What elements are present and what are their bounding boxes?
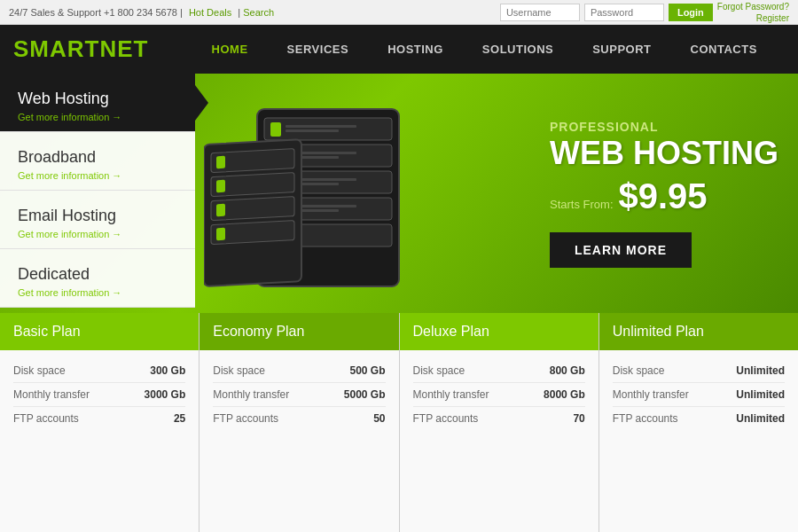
plan-economy-header: Economy Plan bbox=[200, 313, 398, 350]
plan-deluxe: Deluxe Plan Disk space 800 Gb Monthly tr… bbox=[400, 313, 599, 532]
svg-rect-3 bbox=[286, 125, 356, 128]
plan-unlimited: Unlimited Plan Disk space Unlimited Mont… bbox=[599, 313, 798, 532]
menu-broadband-label: Broadband bbox=[18, 148, 177, 167]
plan-deluxe-row-0: Disk space 800 Gb bbox=[413, 359, 585, 383]
hero-section: Web Hosting Get more information Broadba… bbox=[0, 74, 798, 313]
plan-unlimited-body: Disk space Unlimited Monthly transfer Un… bbox=[599, 350, 798, 532]
plan-basic-label-0: Disk space bbox=[13, 364, 66, 377]
plan-economy-label-2: FTP accounts bbox=[213, 412, 278, 425]
menu-dedicated-more[interactable]: Get more information bbox=[18, 287, 177, 298]
logo[interactable]: SMARTNET bbox=[13, 35, 148, 63]
nav-contacts[interactable]: CONTACTS bbox=[671, 25, 777, 74]
nav-links: HOME SERVICES HOSTING SOLUTIONS SUPPORT … bbox=[184, 25, 785, 74]
navbar: SMARTNET HOME SERVICES HOSTING SOLUTIONS… bbox=[0, 25, 798, 74]
svg-rect-23 bbox=[216, 180, 225, 193]
support-info: 24/7 Sales & Support +1 800 234 5678 | H… bbox=[9, 7, 500, 18]
plan-basic-value-1: 3000 Gb bbox=[145, 388, 186, 401]
plans-section: Basic Plan Disk space 300 Gb Monthly tra… bbox=[0, 313, 798, 532]
plan-deluxe-value-2: 70 bbox=[573, 412, 584, 425]
plan-basic-row-2: FTP accounts 25 bbox=[13, 407, 185, 430]
server-illustration bbox=[204, 91, 434, 313]
forgot-register: Forgot Password? Register bbox=[717, 1, 789, 24]
login-button[interactable]: Login bbox=[669, 4, 713, 21]
plan-unlimited-row-1: Monthly transfer Unlimited bbox=[613, 383, 785, 407]
password-input[interactable] bbox=[584, 4, 664, 21]
plan-unlimited-label-1: Monthly transfer bbox=[613, 388, 689, 401]
plan-economy-value-1: 5000 Gb bbox=[344, 388, 386, 401]
hero-right: PROFESSIONAL WEB HOSTING Starts From: $9… bbox=[550, 74, 798, 313]
hot-deals-link[interactable]: Hot Deals bbox=[189, 7, 231, 18]
nav-hosting[interactable]: HOSTING bbox=[368, 25, 463, 74]
svg-rect-4 bbox=[286, 129, 339, 132]
plan-basic-name: Basic Plan bbox=[13, 324, 81, 339]
plan-basic-header: Basic Plan bbox=[0, 313, 199, 350]
plan-economy-row-0: Disk space 500 Gb bbox=[213, 359, 385, 383]
logo-accent: NET bbox=[99, 35, 148, 62]
register-link[interactable]: Register bbox=[717, 12, 789, 24]
plan-unlimited-header: Unlimited Plan bbox=[599, 313, 798, 350]
plan-unlimited-value-1: Unlimited bbox=[736, 388, 785, 401]
nav-solutions[interactable]: SOLUTIONS bbox=[463, 25, 573, 74]
topbar: 24/7 Sales & Support +1 800 234 5678 | H… bbox=[0, 0, 798, 25]
menu-email-label: Email Hosting bbox=[18, 207, 177, 225]
plan-basic: Basic Plan Disk space 300 Gb Monthly tra… bbox=[0, 313, 200, 532]
plan-unlimited-value-2: Unlimited bbox=[736, 412, 785, 425]
plan-basic-value-2: 25 bbox=[174, 412, 185, 425]
plan-economy-value-0: 500 Gb bbox=[349, 364, 385, 377]
plan-basic-row-0: Disk space 300 Gb bbox=[13, 359, 185, 383]
plan-unlimited-name: Unlimited Plan bbox=[613, 324, 704, 339]
search-link[interactable]: Search bbox=[243, 7, 274, 18]
auth-area: Login Forgot Password? Register bbox=[500, 1, 789, 24]
plan-unlimited-value-0: Unlimited bbox=[736, 364, 785, 377]
plan-deluxe-value-0: 800 Gb bbox=[550, 364, 585, 377]
hero-price-row: Starts From: $9.95 bbox=[550, 176, 780, 216]
plan-economy-body: Disk space 500 Gb Monthly transfer 5000 … bbox=[200, 350, 398, 532]
hero-menu-broadband[interactable]: Broadband Get more information bbox=[0, 132, 195, 191]
forgot-link[interactable]: Forgot Password? bbox=[717, 1, 789, 12]
hero-menu-dedicated[interactable]: Dedicated Get more information bbox=[0, 249, 195, 308]
plan-deluxe-label-2: FTP accounts bbox=[413, 412, 479, 425]
hero-menu-email[interactable]: Email Hosting Get more information bbox=[0, 191, 195, 249]
menu-broadband-more[interactable]: Get more information bbox=[18, 170, 177, 181]
plan-unlimited-row-2: FTP accounts Unlimited bbox=[613, 407, 785, 430]
svg-rect-27 bbox=[216, 228, 225, 241]
username-input[interactable] bbox=[500, 4, 580, 21]
plan-unlimited-label-0: Disk space bbox=[613, 364, 665, 377]
svg-rect-21 bbox=[216, 156, 225, 169]
plan-unlimited-label-2: FTP accounts bbox=[613, 412, 678, 425]
plan-deluxe-header: Deluxe Plan bbox=[400, 313, 598, 350]
nav-support[interactable]: SUPPORT bbox=[573, 25, 670, 74]
plan-deluxe-row-1: Monthly transfer 8000 Gb bbox=[413, 383, 585, 407]
plan-economy-row-2: FTP accounts 50 bbox=[213, 407, 385, 430]
plan-economy: Economy Plan Disk space 500 Gb Monthly t… bbox=[200, 313, 399, 532]
learn-more-button[interactable]: LEARN MORE bbox=[550, 232, 692, 268]
plan-basic-row-1: Monthly transfer 3000 Gb bbox=[13, 383, 185, 407]
plan-basic-value-0: 300 Gb bbox=[150, 364, 185, 377]
hero-price: $9.95 bbox=[619, 176, 708, 216]
menu-web-hosting-label: Web Hosting bbox=[18, 90, 177, 108]
hero-title: WEB HOSTING bbox=[550, 137, 780, 169]
svg-rect-1 bbox=[264, 118, 392, 140]
hero-menu: Web Hosting Get more information Broadba… bbox=[0, 74, 195, 313]
plan-economy-value-2: 50 bbox=[373, 412, 385, 425]
plan-deluxe-body: Disk space 800 Gb Monthly transfer 8000 … bbox=[400, 350, 598, 532]
support-text: 24/7 Sales & Support +1 800 234 5678 | bbox=[9, 7, 183, 18]
plan-economy-name: Economy Plan bbox=[213, 324, 304, 339]
menu-email-more[interactable]: Get more information bbox=[18, 229, 177, 239]
plan-deluxe-label-1: Monthly transfer bbox=[413, 388, 489, 401]
plan-basic-label-1: Monthly transfer bbox=[13, 388, 90, 401]
hero-tagline: PROFESSIONAL bbox=[550, 120, 780, 134]
plan-basic-body: Disk space 300 Gb Monthly transfer 3000 … bbox=[0, 350, 199, 532]
hero-center bbox=[195, 74, 550, 313]
svg-rect-25 bbox=[216, 204, 225, 217]
plan-economy-label-0: Disk space bbox=[213, 364, 265, 377]
plan-unlimited-row-0: Disk space Unlimited bbox=[613, 359, 785, 383]
plan-deluxe-label-0: Disk space bbox=[413, 364, 466, 377]
nav-services[interactable]: SERVICES bbox=[268, 25, 369, 74]
hero-menu-web-hosting[interactable]: Web Hosting Get more information bbox=[0, 74, 195, 132]
starts-from-label: Starts From: bbox=[550, 198, 614, 211]
plan-deluxe-value-1: 8000 Gb bbox=[544, 388, 585, 401]
svg-rect-2 bbox=[270, 122, 281, 137]
menu-web-hosting-more[interactable]: Get more information bbox=[18, 112, 177, 122]
nav-home[interactable]: HOME bbox=[192, 25, 268, 74]
